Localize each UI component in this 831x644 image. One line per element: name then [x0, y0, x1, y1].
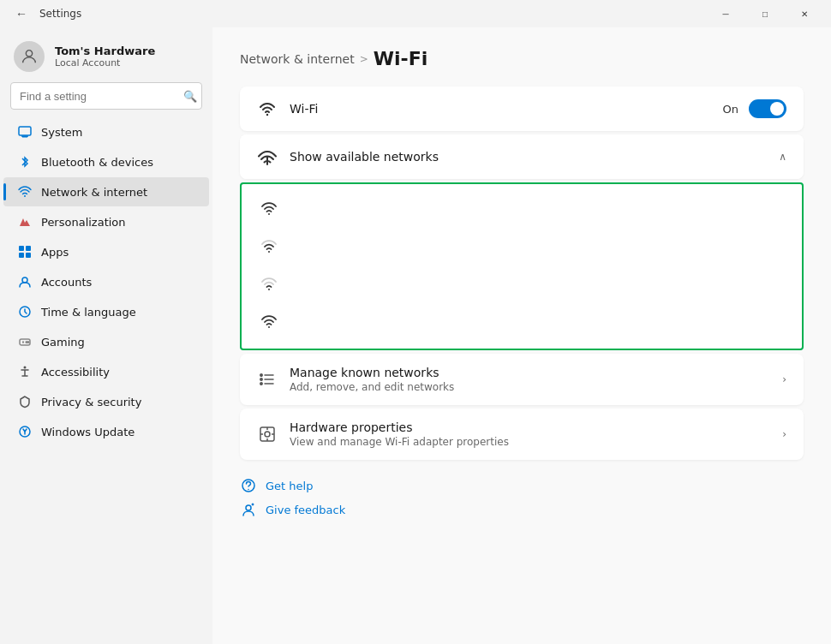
wifi-toggle-card: Wi-Fi On — [240, 86, 804, 131]
sidebar-item-time[interactable]: Time & language — [3, 297, 209, 326]
privacy-icon — [17, 394, 33, 409]
breadcrumb-separator: > — [360, 53, 368, 65]
svg-rect-7 — [19, 253, 24, 258]
sidebar-item-privacy[interactable]: Privacy & security — [3, 387, 209, 416]
accessibility-icon — [17, 364, 33, 379]
sidebar-item-apps[interactable]: Apps — [3, 237, 209, 266]
sidebar-item-network[interactable]: Network & internet — [3, 177, 209, 206]
show-networks-content: Show available networks — [290, 150, 779, 164]
manage-networks-content: Manage known networks Add, remove, and e… — [290, 366, 782, 393]
wifi-icon — [257, 98, 278, 119]
titlebar-title: Settings — [39, 8, 81, 20]
svg-point-4 — [24, 195, 26, 197]
breadcrumb-parent[interactable]: Network & internet — [240, 52, 355, 66]
sidebar-item-time-label: Time & language — [41, 306, 136, 319]
close-button[interactable]: ✕ — [785, 0, 824, 27]
hardware-properties-content: Hardware properties View and manage Wi-F… — [290, 420, 782, 448]
wifi-row-right: On — [723, 99, 786, 118]
network-icon — [17, 184, 33, 200]
give-feedback-link[interactable]: Give feedback — [240, 501, 804, 518]
wifi-on-label: On — [723, 103, 738, 116]
bluetooth-icon — [17, 154, 33, 170]
svg-point-9 — [22, 277, 27, 283]
toggle-knob — [770, 102, 784, 116]
sidebar-item-apps-label: Apps — [41, 246, 69, 259]
sidebar-item-update[interactable]: Windows Update — [3, 417, 209, 446]
chevron-up-icon: ∧ — [779, 151, 786, 163]
sidebar-item-gaming-label: Gaming — [41, 336, 85, 349]
sidebar-item-gaming[interactable]: Gaming — [3, 327, 209, 356]
sidebar-item-personalization[interactable]: Personalization — [3, 207, 209, 236]
show-networks-title: Show available networks — [290, 150, 779, 164]
sidebar-item-bluetooth-label: Bluetooth & devices — [41, 156, 153, 169]
svg-point-24 — [268, 326, 270, 328]
search-input[interactable] — [10, 82, 202, 110]
svg-point-16 — [24, 367, 27, 369]
main-content: Network & internet > Wi-Fi Wi-Fi — [212, 27, 831, 644]
svg-point-28 — [260, 374, 262, 376]
chevron-right-icon-hardware: › — [782, 428, 786, 440]
get-help-label: Get help — [266, 480, 313, 492]
maximize-button[interactable]: □ — [745, 0, 785, 27]
list-icon — [257, 369, 278, 390]
svg-point-23 — [268, 289, 270, 290]
show-networks-row[interactable]: Show available networks ∧ — [240, 134, 804, 179]
svg-point-38 — [248, 489, 249, 491]
breadcrumb: Network & internet > Wi-Fi — [240, 48, 804, 69]
sidebar-item-accounts-label: Accounts — [41, 276, 92, 289]
wifi-signal-icon-3 — [259, 275, 279, 295]
help-icon — [240, 477, 257, 494]
wifi-network-3[interactable] — [242, 266, 802, 304]
update-icon — [17, 424, 33, 439]
svg-point-29 — [260, 379, 262, 380]
user-section: Tom's Hardware Local Account — [0, 27, 212, 82]
accounts-icon — [17, 274, 33, 289]
sidebar-item-accessibility[interactable]: Accessibility — [3, 357, 209, 386]
wifi-row[interactable]: Wi-Fi On — [240, 86, 804, 131]
wifi-network-2[interactable] — [242, 229, 802, 266]
manage-networks-row[interactable]: Manage known networks Add, remove, and e… — [240, 354, 804, 405]
hardware-properties-title: Hardware properties — [290, 420, 782, 434]
chevron-right-icon-manage: › — [782, 373, 786, 385]
sidebar-nav: System Bluetooth & devices — [0, 116, 212, 447]
gaming-icon — [17, 334, 33, 349]
system-icon — [17, 124, 33, 140]
sidebar-item-system[interactable]: System — [3, 117, 209, 146]
svg-point-19 — [266, 114, 268, 116]
apps-icon — [17, 244, 33, 259]
user-subtitle: Local Account — [55, 57, 155, 69]
hardware-properties-card: Hardware properties View and manage Wi-F… — [240, 408, 804, 460]
hardware-properties-row[interactable]: Hardware properties View and manage Wi-F… — [240, 408, 804, 460]
sidebar-item-personalization-label: Personalization — [41, 216, 126, 229]
svg-point-21 — [268, 213, 270, 215]
antenna-icon — [257, 146, 278, 167]
back-button[interactable]: ← — [10, 3, 33, 24]
svg-point-0 — [26, 51, 32, 57]
svg-rect-5 — [19, 246, 24, 251]
svg-point-39 — [246, 505, 251, 510]
hardware-properties-right: › — [782, 428, 786, 440]
svg-point-32 — [265, 432, 270, 437]
sidebar-item-bluetooth[interactable]: Bluetooth & devices — [3, 147, 209, 176]
sidebar-item-network-label: Network & internet — [41, 186, 147, 199]
wifi-network-1[interactable] — [242, 191, 802, 229]
manage-networks-card: Manage known networks Add, remove, and e… — [240, 354, 804, 405]
get-help-link[interactable]: Get help — [240, 477, 804, 494]
titlebar: ← Settings ─ □ ✕ — [0, 0, 831, 27]
personalization-icon — [17, 214, 33, 230]
time-icon — [17, 304, 33, 319]
wifi-toggle[interactable] — [749, 99, 786, 118]
wifi-signal-icon-4 — [259, 313, 279, 333]
svg-point-22 — [268, 251, 270, 253]
wifi-network-4[interactable] — [242, 304, 802, 342]
search-icon-button[interactable]: 🔍 — [183, 90, 197, 103]
svg-rect-1 — [19, 127, 31, 135]
avatar — [14, 41, 45, 72]
svg-point-30 — [260, 383, 262, 385]
manage-networks-right: › — [782, 373, 786, 385]
search-box: 🔍 — [10, 82, 202, 110]
show-networks-card: Show available networks ∧ — [240, 134, 804, 179]
sidebar-item-accounts[interactable]: Accounts — [3, 267, 209, 296]
hardware-properties-subtitle: View and manage Wi-Fi adapter properties — [290, 436, 782, 448]
minimize-button[interactable]: ─ — [706, 0, 745, 27]
